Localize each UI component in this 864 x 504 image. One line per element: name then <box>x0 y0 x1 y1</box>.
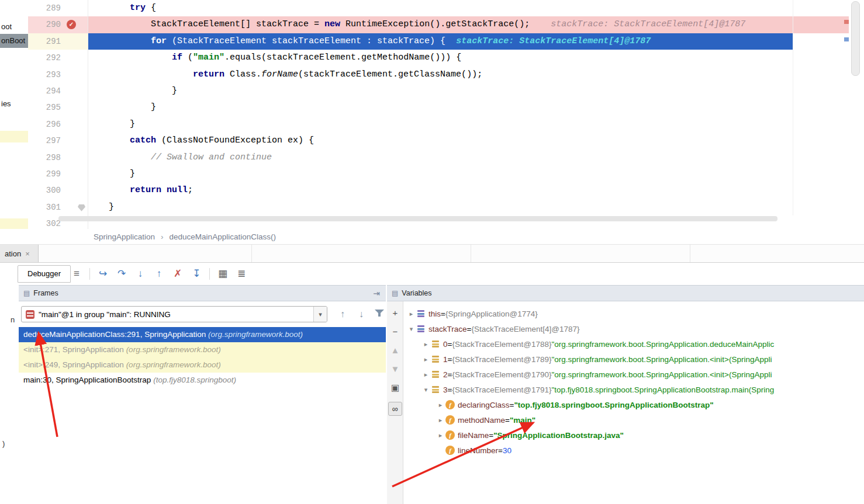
next-frame-icon[interactable]: ↓ <box>354 307 368 321</box>
variable-row[interactable]: ▸this = {SpringApplication@1774} <box>403 306 864 321</box>
gutter-icon-area <box>61 0 88 16</box>
frame-location: <init>:271, SpringApplication <box>23 345 124 354</box>
code-line: 301 } <box>28 199 864 215</box>
variable-row[interactable]: ▸1 = {StackTraceElement@1789} "org.sprin… <box>403 352 864 367</box>
variable-row[interactable]: ▸fdeclaringClass = "top.fjy8018.springbo… <box>403 397 864 412</box>
tool-window-rail: n ) <box>0 263 19 504</box>
tree-expand-icon[interactable]: ▸ <box>436 432 445 439</box>
tree-collapse-icon[interactable]: ▾ <box>407 325 416 333</box>
editor-vertical-scrollbar[interactable] <box>851 1 860 76</box>
code-text[interactable]: StackTraceElement[] stackTrace = new Run… <box>88 16 864 33</box>
tree-expand-icon[interactable]: ▸ <box>421 371 430 378</box>
editor-horizontal-scrollbar[interactable] <box>58 216 777 221</box>
tab-debugger[interactable]: Debugger <box>18 265 71 283</box>
chevron-down-icon[interactable]: ▾ <box>313 307 327 322</box>
error-stripe-breakpoint-mark[interactable] <box>844 20 849 24</box>
step-over-icon[interactable]: ↷ <box>114 267 129 281</box>
variable-row[interactable]: ▾stackTrace = {StackTraceElement[4]@1787… <box>403 321 864 336</box>
variable-name: 0 <box>443 340 448 349</box>
variable-row[interactable]: ▾3 = {StackTraceElement@1791} "top.fjy80… <box>403 382 864 397</box>
frame-package: (org.springframework.boot) <box>206 330 303 339</box>
error-stripe-execution-mark[interactable] <box>844 37 849 41</box>
code-text[interactable]: catch (ClassNotFoundException ex) { <box>88 133 864 149</box>
step-into-icon[interactable]: ↓ <box>133 267 148 281</box>
line-number: 290 <box>28 16 61 33</box>
project-tree-item[interactable]: onBoot <box>0 34 28 48</box>
thread-selector[interactable]: "main"@1 in group "main": RUNNING ▾ <box>21 306 327 322</box>
tree-collapse-icon[interactable]: ▾ <box>421 386 430 394</box>
previous-frame-icon[interactable]: ↑ <box>336 307 350 321</box>
variables-tree: ▸this = {SpringApplication@1774}▾stackTr… <box>403 306 864 504</box>
breadcrumb-method[interactable]: deduceMainApplicationClass() <box>170 232 276 241</box>
frame-package: (org.springframework.boot) <box>124 360 221 369</box>
stack-frame-row[interactable]: main:30, SpringApplicationBootstrap (top… <box>19 373 386 388</box>
code-line: 299 } <box>28 166 864 182</box>
thread-running-icon <box>26 310 34 319</box>
drop-frame-icon[interactable]: ✗ <box>170 267 185 281</box>
code-text[interactable]: } <box>88 83 864 99</box>
tree-expand-icon[interactable]: ▸ <box>421 340 430 348</box>
code-text[interactable]: try { <box>88 0 864 16</box>
code-text[interactable]: } <box>88 199 864 215</box>
stack-frame-row[interactable]: deduceMainApplicationClass:291, SpringAp… <box>19 327 386 342</box>
project-item-highlighted-row[interactable] <box>0 218 28 229</box>
variable-row[interactable]: ▸2 = {StackTraceElement@1790} "org.sprin… <box>403 367 864 382</box>
tab-partial-console[interactable]: ation × <box>0 245 39 262</box>
move-watch-down-icon[interactable]: ▼ <box>387 362 403 376</box>
equals-sign: = <box>505 416 510 425</box>
line-number: 296 <box>28 116 61 133</box>
hide-library-frames-filter-icon[interactable] <box>374 310 385 319</box>
step-out-icon[interactable]: ↑ <box>151 267 167 281</box>
gutter-icon-area <box>61 33 88 50</box>
frames-panel: "main"@1 in group "main": RUNNING ▾ ↑ ↓ … <box>19 301 386 504</box>
close-icon[interactable]: × <box>25 249 30 258</box>
equals-sign: = <box>489 431 493 440</box>
show-watches-toggle-icon[interactable]: ∞ <box>388 402 402 416</box>
tree-expand-icon[interactable]: ▸ <box>421 356 430 363</box>
dock-pin-icon[interactable]: ⇥ <box>373 289 380 298</box>
settings-icon[interactable]: ≣ <box>234 267 249 281</box>
code-text[interactable]: if ("main".equals(stackTraceElement.getM… <box>88 50 864 66</box>
variable-row[interactable]: ▸fmethodName = "main" <box>403 412 864 427</box>
add-watch-icon[interactable]: + <box>387 306 403 320</box>
frames-variables-splitter[interactable] <box>386 285 387 504</box>
tree-expand-icon[interactable]: ▸ <box>436 416 445 424</box>
remove-watch-icon[interactable]: − <box>387 325 403 339</box>
code-text[interactable]: // Swallow and continue <box>88 150 864 166</box>
move-watch-up-icon[interactable]: ▲ <box>387 343 403 357</box>
variable-value: "org.springframework.boot.SpringApplicat… <box>551 340 774 349</box>
variable-value: {StackTraceElement@1788} <box>452 340 551 349</box>
code-text[interactable]: } <box>88 116 864 133</box>
code-text[interactable]: for (StackTraceElement stackTraceElement… <box>88 33 864 50</box>
tree-expand-icon[interactable]: ▸ <box>407 310 416 318</box>
tree-expand-icon[interactable]: ▸ <box>436 401 445 409</box>
variable-row[interactable]: flineNumber = 30 <box>403 443 864 458</box>
code-text[interactable]: return Class.forName(stackTraceElement.g… <box>88 67 864 83</box>
breadcrumb-separator-icon: › <box>161 232 164 241</box>
frame-package: (org.springframework.boot) <box>124 345 221 354</box>
show-execution-point-icon[interactable]: ↪ <box>95 267 110 281</box>
project-item-highlighted-row[interactable] <box>0 131 28 142</box>
variable-row[interactable]: ▸0 = {StackTraceElement@1788} "org.sprin… <box>403 336 864 352</box>
code-editor[interactable]: 289 try {290✓ StackTraceElement[] stackT… <box>28 0 864 229</box>
project-tree-item[interactable]: ies <box>0 98 28 110</box>
variable-name: 1 <box>443 355 448 364</box>
duplicate-watch-icon[interactable]: ▣ <box>387 381 403 395</box>
breakpoint-icon[interactable]: ✓ <box>67 20 76 29</box>
code-text[interactable]: return null; <box>88 182 864 199</box>
variable-row[interactable]: ▸ffileName = "SpringApplicationBootstrap… <box>403 427 864 443</box>
run-to-cursor-icon[interactable]: ↧ <box>189 267 204 281</box>
stack-frame-row[interactable]: <init>:271, SpringApplication (org.sprin… <box>19 342 386 357</box>
project-tree-item[interactable]: oot <box>0 21 28 33</box>
breadcrumb-class[interactable]: SpringApplication <box>94 232 155 241</box>
line-number: 297 <box>28 133 61 149</box>
gutter-icon-area <box>61 133 88 149</box>
code-line: 291 for (StackTraceElement stackTraceEle… <box>28 33 864 50</box>
evaluate-expression-icon[interactable]: ▦ <box>215 267 230 281</box>
toolbar-menu-icon[interactable]: ≡ <box>69 267 84 281</box>
variable-value: {StackTraceElement@1790} <box>452 370 551 379</box>
variable-name: stackTrace <box>428 325 467 333</box>
stack-frame-row[interactable]: <init>:249, SpringApplication (org.sprin… <box>19 357 386 373</box>
code-text[interactable]: } <box>88 166 864 182</box>
code-text[interactable]: } <box>88 99 864 116</box>
